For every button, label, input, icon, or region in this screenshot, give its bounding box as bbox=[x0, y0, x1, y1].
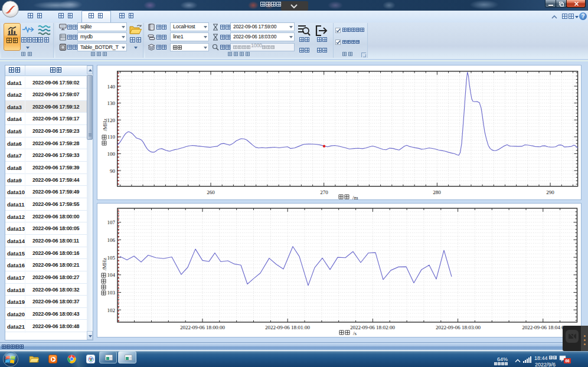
svg-text:104: 104 bbox=[107, 272, 116, 278]
svg-text:103: 103 bbox=[107, 290, 116, 296]
svg-text:270: 270 bbox=[320, 189, 328, 195]
svg-text:107: 107 bbox=[107, 219, 116, 225]
svg-text:290: 290 bbox=[546, 189, 554, 195]
svg-text:140: 140 bbox=[107, 84, 116, 90]
svg-text:280: 280 bbox=[433, 189, 441, 195]
svg-text:130: 130 bbox=[107, 100, 116, 106]
svg-text:100: 100 bbox=[107, 151, 116, 157]
svg-text:90: 90 bbox=[110, 168, 116, 174]
svg-text:120: 120 bbox=[107, 117, 116, 123]
svg-text:105: 105 bbox=[107, 255, 116, 261]
svg-text:2022-09-06 18:03:00: 2022-09-06 18:03:00 bbox=[436, 325, 481, 330]
svg-text:110: 110 bbox=[107, 134, 116, 140]
svg-text:102: 102 bbox=[107, 307, 116, 313]
svg-text:2022-09-06 18:04:0: 2022-09-06 18:04:0 bbox=[522, 325, 564, 330]
svg-text:2022-09-06 18:00:00: 2022-09-06 18:00:00 bbox=[180, 325, 226, 330]
svg-text:2022-09-06 18:02:00: 2022-09-06 18:02:00 bbox=[350, 325, 396, 330]
svg-text:106: 106 bbox=[107, 237, 116, 243]
svg-text:260: 260 bbox=[207, 189, 215, 195]
svg-text:/MHz: /MHz bbox=[102, 258, 107, 270]
svg-text:2022-09-06 18:01:00: 2022-09-06 18:01:00 bbox=[265, 325, 311, 330]
svg-text:/MHz: /MHz bbox=[102, 119, 108, 131]
svg-text:/s: /s bbox=[353, 330, 357, 336]
svg-text:/m: /m bbox=[352, 195, 358, 200]
